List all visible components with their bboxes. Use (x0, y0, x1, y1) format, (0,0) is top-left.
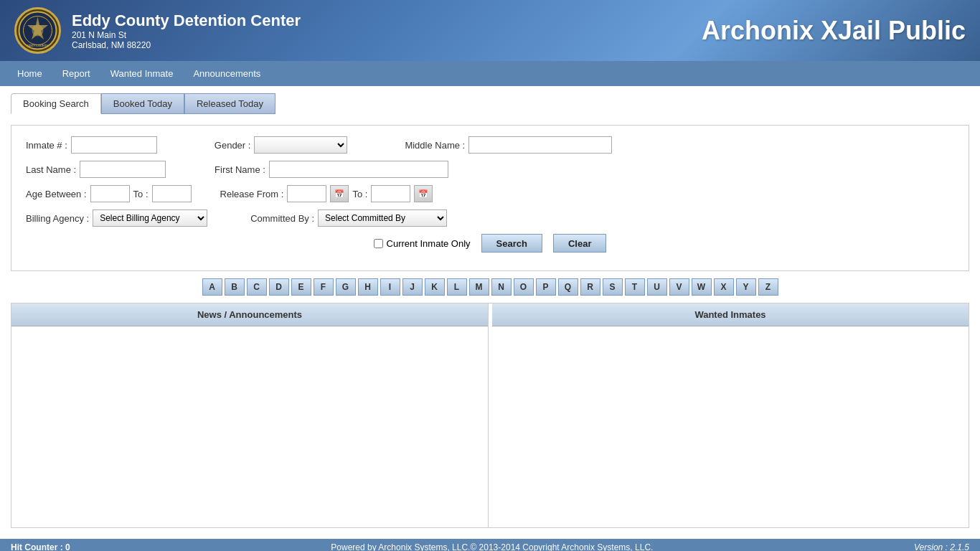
committed-by-label: Committed By : (250, 213, 314, 224)
nav-wanted-inmate[interactable]: Wanted Inmate (100, 64, 184, 83)
release-to-calendar-btn[interactable]: 📅 (414, 185, 433, 202)
alpha-btn-q[interactable]: Q (558, 278, 578, 296)
alpha-btn-x[interactable]: X (714, 278, 734, 296)
release-to-input[interactable] (371, 185, 410, 202)
wanted-panel-body (492, 326, 969, 527)
news-panel-body (11, 326, 488, 527)
release-from-label: Release From : (220, 189, 284, 199)
wanted-panel-header: Wanted Inmates (492, 303, 969, 326)
billing-agency-label: Billing Agency : (26, 213, 89, 224)
alpha-btn-n[interactable]: N (491, 278, 512, 296)
tab-booked-today[interactable]: Booked Today (101, 93, 184, 114)
content-area: Booking Search Booked Today Released Tod… (0, 86, 980, 535)
alpha-btn-t[interactable]: T (625, 278, 645, 296)
logo-badge: EDDY COUNTY (14, 7, 61, 54)
gender-label: Gender : (215, 140, 251, 151)
age-to-input[interactable] (152, 185, 192, 202)
age-to-label: To : (133, 189, 149, 199)
wanted-panel: Wanted Inmates (492, 303, 969, 527)
tab-booking-search[interactable]: Booking Search (11, 93, 101, 114)
nav-announcements[interactable]: Announcements (183, 64, 270, 83)
inmate-input[interactable] (71, 136, 157, 154)
version: Version : 2.1.5 (914, 542, 969, 551)
powered-by: Powered by Archonix Systems, LLC.© 2013-… (331, 542, 653, 551)
alpha-btn-b[interactable]: B (225, 278, 245, 296)
alpha-btn-c[interactable]: C (247, 278, 267, 296)
footer: Hit Counter : 0 Powered by Archonix Syst… (0, 539, 980, 551)
committed-by-select[interactable]: Select Committed By (318, 209, 447, 227)
form-row-3: Age Between : To : Release From : 📅 To :… (26, 185, 954, 202)
alpha-btn-s[interactable]: S (603, 278, 623, 296)
inmate-label: Inmate # : (26, 140, 67, 151)
alpha-btn-w[interactable]: W (692, 278, 712, 296)
current-inmate-checkbox[interactable] (374, 239, 383, 248)
alpha-btn-g[interactable]: G (336, 278, 356, 296)
alpha-row: ABCDEFGHIJKLMNOPQRSTUVWXYZ (11, 278, 969, 296)
header: EDDY COUNTY Eddy County Detention Center… (0, 0, 980, 61)
alpha-btn-d[interactable]: D (269, 278, 289, 296)
alpha-btn-j[interactable]: J (402, 278, 423, 296)
alpha-btn-o[interactable]: O (514, 278, 534, 296)
alpha-btn-u[interactable]: U (647, 278, 667, 296)
alpha-btn-e[interactable]: E (291, 278, 311, 296)
last-name-group: Last Name : (26, 161, 166, 178)
checkbox-row: Current Inmate Only Search Clear (26, 234, 954, 253)
billing-agency-select[interactable]: Select Billing Agency (93, 209, 207, 227)
form-row-4: Billing Agency : Select Billing Agency C… (26, 209, 954, 227)
tab-released-today[interactable]: Released Today (184, 93, 275, 114)
org-name: Eddy County Detention Center (72, 11, 301, 30)
middle-name-label: Middle Name : (405, 140, 465, 151)
last-name-input[interactable] (80, 161, 166, 178)
search-button[interactable]: Search (481, 234, 542, 253)
alpha-btn-z[interactable]: Z (758, 278, 778, 296)
search-form: Inmate # : Gender : Male Female Middle N… (11, 125, 969, 271)
nav-bar: Home Report Wanted Inmate Announcements (0, 61, 980, 86)
alpha-btn-k[interactable]: K (425, 278, 445, 296)
hit-counter: Hit Counter : 0 (11, 542, 70, 551)
middle-name-input[interactable] (468, 136, 612, 154)
gender-select[interactable]: Male Female (254, 136, 347, 154)
address-line1: 201 N Main St (72, 30, 301, 40)
first-name-group: First Name : (215, 161, 448, 178)
news-panel: News / Announcements (11, 303, 489, 527)
middle-name-group: Middle Name : (405, 136, 612, 154)
committed-by-group: Committed By : Select Committed By (250, 209, 447, 227)
release-to-label: To : (352, 189, 367, 199)
release-from-input[interactable] (287, 185, 326, 202)
last-name-label: Last Name : (26, 164, 76, 175)
app-title: Archonix XJail Public (702, 16, 966, 46)
alpha-btn-v[interactable]: V (669, 278, 689, 296)
header-text: Eddy County Detention Center 201 N Main … (72, 11, 301, 50)
nav-home[interactable]: Home (7, 64, 52, 83)
alpha-btn-h[interactable]: H (358, 278, 378, 296)
alpha-btn-a[interactable]: A (202, 278, 222, 296)
form-row-1: Inmate # : Gender : Male Female Middle N… (26, 136, 954, 154)
svg-point-3 (32, 25, 44, 37)
age-between-label: Age Between : (26, 189, 87, 199)
alpha-btn-f[interactable]: F (314, 278, 334, 296)
tabs-bar: Booking Search Booked Today Released Tod… (11, 93, 969, 114)
alpha-btn-p[interactable]: P (536, 278, 556, 296)
first-name-label: First Name : (215, 164, 265, 175)
billing-agency-group: Billing Agency : Select Billing Agency (26, 209, 207, 227)
alpha-btn-r[interactable]: R (580, 278, 600, 296)
bottom-panels: News / Announcements Wanted Inmates (11, 303, 969, 528)
alpha-btn-m[interactable]: M (469, 278, 489, 296)
first-name-input[interactable] (269, 161, 448, 178)
age-from-input[interactable] (90, 185, 130, 202)
release-from-calendar-btn[interactable]: 📅 (330, 185, 349, 202)
clear-button[interactable]: Clear (553, 234, 607, 253)
header-left: EDDY COUNTY Eddy County Detention Center… (14, 7, 301, 54)
address-line2: Carlsbad, NM 88220 (72, 40, 301, 50)
nav-report[interactable]: Report (52, 64, 100, 83)
inmate-group: Inmate # : (26, 136, 157, 154)
form-row-2: Last Name : First Name : (26, 161, 954, 178)
alpha-btn-i[interactable]: I (380, 278, 400, 296)
current-inmate-label[interactable]: Current Inmate Only (374, 238, 471, 249)
svg-text:EDDY COUNTY: EDDY COUNTY (27, 44, 48, 47)
alpha-btn-y[interactable]: Y (736, 278, 756, 296)
release-group: Release From : 📅 To : 📅 (220, 185, 433, 202)
gender-group: Gender : Male Female (215, 136, 348, 154)
news-panel-header: News / Announcements (11, 303, 488, 326)
alpha-btn-l[interactable]: L (447, 278, 467, 296)
